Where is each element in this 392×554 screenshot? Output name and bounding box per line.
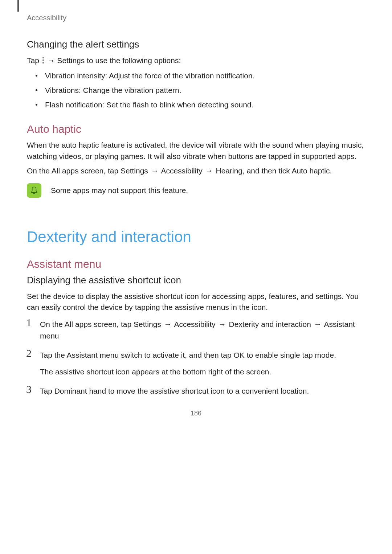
alert-settings-intro: Tap → Settings to use the following opti…	[27, 55, 365, 66]
step-3: 3 Tap Dominant hand to move the assistiv…	[27, 385, 365, 397]
arrow-icon: →	[205, 167, 213, 175]
option-name: Flash notification	[45, 100, 102, 109]
list-item: Vibration intensity: Adjust the force of…	[29, 70, 365, 82]
option-desc: : Set the flash to blink when detecting …	[102, 100, 254, 109]
heading-assistant-menu: Assistant menu	[27, 258, 365, 270]
option-name: Vibration intensity	[45, 71, 105, 80]
page: Accessibility Changing the alert setting…	[0, 0, 392, 430]
step-1: 1 On the All apps screen, tap Settings →…	[27, 319, 365, 341]
list-item: Flash notification: Set the flash to bli…	[29, 99, 365, 111]
list-item: Vibrations: Change the vibration pattern…	[29, 84, 365, 97]
path-hearing: Hearing, and then tick Auto haptic.	[216, 167, 332, 175]
page-number: 186	[0, 410, 392, 417]
auto-haptic-desc: When the auto haptic feature is activate…	[27, 140, 365, 162]
note-row: Some apps may not support this feature.	[27, 183, 365, 198]
note-text: Some apps may not support this feature.	[51, 185, 188, 196]
step-body: Tap the Assistant menu switch to activat…	[40, 349, 365, 377]
step1-dexterity: Dexterity and interaction	[229, 320, 311, 328]
step-2: 2 Tap the Assistant menu switch to activ…	[27, 349, 365, 377]
note-bell-icon	[27, 183, 41, 198]
intro-pre: Tap	[27, 56, 41, 65]
option-desc: : Change the vibration pattern.	[79, 86, 181, 94]
step-number: 3	[26, 383, 32, 395]
option-desc: : Adjust the force of the vibration noti…	[105, 71, 254, 80]
option-name: Vibrations	[45, 86, 79, 94]
path-accessibility: Accessibility	[161, 167, 202, 175]
step-body: Tap Dominant hand to move the assistive …	[40, 385, 365, 397]
svg-point-1	[42, 59, 44, 61]
intro-post: → Settings to use the following options:	[45, 56, 181, 65]
heading-dexterity-interaction: Dexterity and interaction	[27, 228, 365, 246]
arrow-icon: →	[219, 320, 226, 328]
auto-haptic-path: On the All apps screen, tap Settings → A…	[27, 165, 365, 176]
arrow-icon: →	[164, 320, 172, 328]
svg-point-0	[42, 57, 44, 58]
arrow-icon: →	[314, 320, 322, 328]
step-number: 1	[26, 316, 32, 329]
step-number: 2	[26, 347, 32, 360]
heading-auto-haptic: Auto haptic	[27, 123, 365, 135]
step2-line2: The assistive shortcut icon appears at t…	[40, 366, 365, 378]
alert-options-list: Vibration intensity: Adjust the force of…	[27, 70, 365, 111]
step-body: On the All apps screen, tap Settings → A…	[40, 319, 365, 341]
assistive-shortcut-desc: Set the device to display the assistive …	[27, 291, 365, 313]
breadcrumb: Accessibility	[27, 14, 365, 22]
svg-point-2	[42, 62, 44, 63]
heading-changing-alert-settings: Changing the alert settings	[27, 39, 365, 50]
page-tab-mark	[17, 0, 19, 12]
step1-accessibility: Accessibility	[174, 320, 215, 328]
step2-line1: Tap the Assistant menu switch to activat…	[40, 351, 336, 359]
heading-assistive-shortcut: Displaying the assistive shortcut icon	[27, 275, 365, 286]
more-options-icon	[42, 57, 44, 64]
path-pre: On the All apps screen, tap Settings	[27, 167, 148, 175]
assistive-steps: 1 On the All apps screen, tap Settings →…	[27, 319, 365, 397]
step3-text: Tap Dominant hand to move the assistive …	[40, 387, 309, 395]
arrow-icon: →	[151, 167, 159, 175]
step1-pre: On the All apps screen, tap Settings	[40, 320, 161, 328]
